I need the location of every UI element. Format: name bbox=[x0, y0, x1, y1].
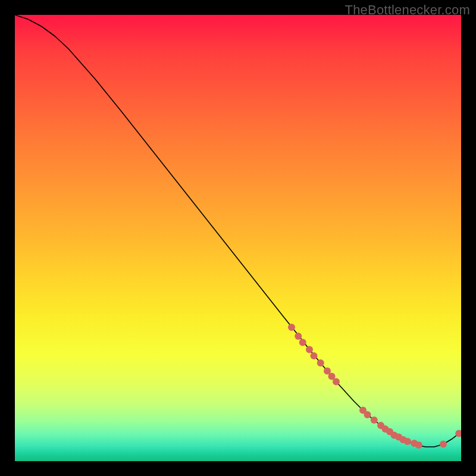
marker-dot bbox=[415, 441, 422, 449]
plot-area bbox=[15, 15, 461, 461]
marker-dot bbox=[371, 416, 378, 424]
marker-dot bbox=[288, 324, 295, 331]
marker-group bbox=[288, 324, 461, 449]
marker-dot bbox=[311, 352, 318, 359]
bottleneck-curve bbox=[15, 15, 461, 447]
marker-dot bbox=[333, 378, 340, 386]
chart-stage: TheBottlenecker.com bbox=[0, 0, 476, 476]
marker-dot bbox=[295, 333, 302, 340]
chart-svg bbox=[15, 15, 461, 461]
marker-dot bbox=[299, 339, 306, 346]
marker-dot bbox=[404, 438, 411, 445]
marker-dot bbox=[306, 346, 313, 353]
marker-dot bbox=[364, 411, 371, 418]
marker-dot bbox=[317, 359, 324, 367]
marker-dot bbox=[440, 441, 447, 448]
